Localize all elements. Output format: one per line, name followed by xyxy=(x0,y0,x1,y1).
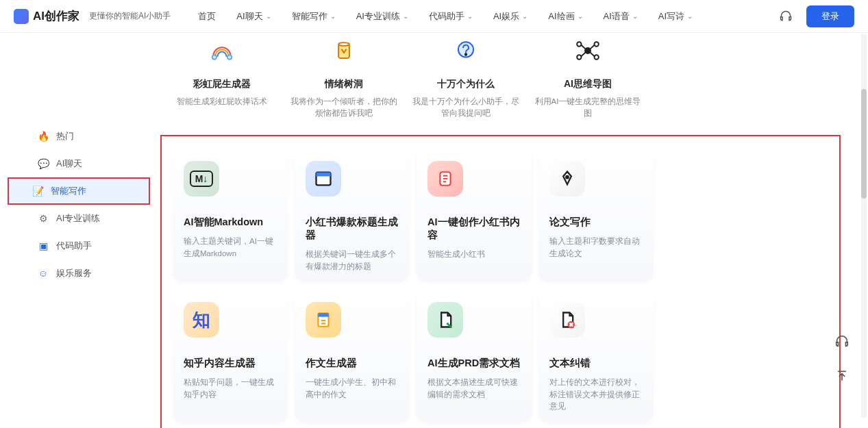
nav-item-4[interactable]: 代码助手⌄ xyxy=(429,10,473,23)
svg-point-5 xyxy=(465,53,467,55)
top-nav: 首页AI聊天⌄智能写作⌄AI专业训练⌄代码助手⌄AI娱乐⌄AI绘画⌄AI语音⌄A… xyxy=(198,10,693,23)
nav-item-1[interactable]: AI聊天⌄ xyxy=(236,10,271,23)
sidebar-item-3[interactable]: ⚙AI专业训练 xyxy=(11,205,147,231)
mini-card-desc: 利用AI一键生成完整的思维导图 xyxy=(534,96,641,118)
chevron-down-icon: ⌄ xyxy=(403,12,408,20)
chevron-down-icon: ⌄ xyxy=(687,12,693,20)
tool-card-6[interactable]: AI生成PRD需求文档根据文本描述生成可快速编辑的需求文档 xyxy=(417,288,532,423)
sidebar-icon: ▣ xyxy=(37,240,49,252)
chevron-down-icon: ⌄ xyxy=(522,12,528,20)
svg-point-0 xyxy=(212,55,216,59)
mini-card-0[interactable]: 彩虹屁生成器智能生成彩虹屁吹捧话术 xyxy=(164,33,280,121)
card-title: AI生成PRD需求文档 xyxy=(427,357,521,370)
nav-item-0[interactable]: 首页 xyxy=(198,10,216,23)
sidebar-item-label: 智能写作 xyxy=(51,185,86,197)
nav-item-7[interactable]: AI语音⌄ xyxy=(604,10,638,23)
card-desc: 智能生成小红书 xyxy=(427,249,521,260)
tool-card-1[interactable]: 小红书爆款标题生成器根据关键词一键生成多个有爆款潜力的标题 xyxy=(295,147,410,281)
tagline: 更懂你的智能AI小助手 xyxy=(89,10,171,22)
svg-rect-12 xyxy=(317,173,331,177)
sidebar-item-label: AI聊天 xyxy=(56,158,82,170)
card-icon xyxy=(427,302,463,338)
sidebar-item-label: 热门 xyxy=(56,130,74,142)
card-desc: 输入主题和字数要求自动生成论文 xyxy=(549,236,643,260)
header-right: 登录 xyxy=(779,5,854,27)
chevron-down-icon: ⌄ xyxy=(330,12,336,20)
tool-card-4[interactable]: 知知乎内容生成器粘贴知乎问题，一键生成知乎内容 xyxy=(173,288,288,423)
mini-card-1[interactable]: 情绪树洞我将作为一个倾听者，把你的烦恼都告诉我吧 xyxy=(286,33,401,121)
sidebar-item-label: 娱乐服务 xyxy=(56,267,92,279)
mini-card-title: AI思维导图 xyxy=(534,78,641,90)
svg-rect-16 xyxy=(318,314,328,317)
support-float-button[interactable] xyxy=(831,331,853,353)
card-icon xyxy=(427,161,463,197)
mini-card-2[interactable]: 十万个为什么我是十万个为什么小助手，尽管向我提问吧 xyxy=(408,33,523,121)
mindmap-icon xyxy=(573,36,603,66)
sidebar-icon: 📝 xyxy=(32,185,44,197)
chevron-down-icon: ⌄ xyxy=(266,12,271,20)
card-title: AI一键创作小红书内容 xyxy=(427,216,521,242)
brand-logo[interactable]: AI创作家 xyxy=(14,8,79,24)
chevron-down-icon: ⌄ xyxy=(578,12,583,20)
tool-card-0[interactable]: M↓AI智能Markdown输入主题关键词，AI一键生成Markdown xyxy=(173,147,288,281)
card-desc: 输入主题关键词，AI一键生成Markdown xyxy=(184,236,277,260)
sidebar-item-5[interactable]: ☺娱乐服务 xyxy=(11,260,147,286)
tool-card-5[interactable]: 作文生成器一键生成小学生、初中和高中的作文 xyxy=(295,288,410,423)
nav-item-8[interactable]: AI写诗⌄ xyxy=(658,10,693,23)
svg-point-8 xyxy=(595,42,599,46)
nav-item-3[interactable]: AI专业训练⌄ xyxy=(356,10,408,23)
content-area: 彩虹屁生成器智能生成彩虹屁吹捧话术情绪树洞我将作为一个倾听者，把你的烦恼都告诉我… xyxy=(158,33,868,428)
float-buttons xyxy=(831,331,853,387)
card-title: 知乎内容生成器 xyxy=(184,357,277,370)
logo-icon xyxy=(14,9,29,24)
cup-icon xyxy=(329,36,359,66)
mini-card-title: 彩虹屁生成器 xyxy=(169,78,275,90)
mini-card-3[interactable]: AI思维导图利用AI一键生成完整的思维导图 xyxy=(530,33,645,121)
sidebar-item-1[interactable]: 💬AI聊天 xyxy=(11,151,147,177)
mini-card-title: 情绪树洞 xyxy=(290,78,397,90)
login-button[interactable]: 登录 xyxy=(806,5,854,27)
sidebar-item-label: AI专业训练 xyxy=(56,212,100,225)
card-title: 作文生成器 xyxy=(306,357,399,370)
card-icon: M↓ xyxy=(184,161,219,197)
tool-card-7[interactable]: 文本纠错对上传的文本进行校对，标注错误文本并提供修正意见 xyxy=(538,288,654,423)
nav-item-2[interactable]: 智能写作⌄ xyxy=(292,10,336,23)
card-title: 论文写作 xyxy=(549,216,643,229)
tool-card-2[interactable]: AI一键创作小红书内容智能生成小红书 xyxy=(417,147,532,281)
svg-point-9 xyxy=(577,55,581,59)
nav-item-5[interactable]: AI娱乐⌄ xyxy=(493,10,528,23)
tool-card-3[interactable]: 论文写作输入主题和字数要求自动生成论文 xyxy=(538,147,654,281)
svg-point-3 xyxy=(338,42,349,46)
mini-card-title: 十万个为什么 xyxy=(412,78,519,90)
card-desc: 对上传的文本进行校对，标注错误文本并提供修正意见 xyxy=(549,377,643,412)
top-header: AI创作家 更懂你的智能AI小助手 首页AI聊天⌄智能写作⌄AI专业训练⌄代码助… xyxy=(0,0,868,33)
svg-point-1 xyxy=(227,55,232,59)
card-icon xyxy=(549,161,585,197)
sidebar-item-2[interactable]: 📝智能写作 xyxy=(8,178,149,204)
rainbow-icon xyxy=(207,36,237,66)
svg-point-7 xyxy=(577,42,581,46)
sidebar: 🔥热门💬AI聊天📝智能写作⚙AI专业训练▣代码助手☺娱乐服务 xyxy=(0,33,158,428)
scrollbar-thumb[interactable] xyxy=(861,89,867,199)
mini-card-desc: 智能生成彩虹屁吹捧话术 xyxy=(169,96,275,108)
card-desc: 粘贴知乎问题，一键生成知乎内容 xyxy=(184,377,277,401)
support-icon[interactable] xyxy=(779,10,793,23)
nav-item-6[interactable]: AI绘画⌄ xyxy=(548,10,582,23)
chevron-down-icon: ⌄ xyxy=(632,12,638,20)
back-to-top-button[interactable] xyxy=(831,365,853,387)
svg-point-14 xyxy=(566,176,569,179)
card-title: 文本纠错 xyxy=(549,357,643,370)
question-icon xyxy=(451,36,481,66)
sidebar-icon: ⚙ xyxy=(37,212,49,225)
sidebar-item-label: 代码助手 xyxy=(56,240,92,252)
card-desc: 根据文本描述生成可快速编辑的需求文档 xyxy=(427,377,521,401)
sidebar-icon: 🔥 xyxy=(37,130,49,142)
mini-card-desc: 我是十万个为什么小助手，尽管向我提问吧 xyxy=(412,96,519,118)
top-card-row: 彩虹屁生成器智能生成彩虹屁吹捧话术情绪树洞我将作为一个倾听者，把你的烦恼都告诉我… xyxy=(164,33,841,121)
card-title: 小红书爆款标题生成器 xyxy=(306,216,399,242)
card-icon xyxy=(306,161,341,197)
card-desc: 根据关键词一键生成多个有爆款潜力的标题 xyxy=(306,249,399,273)
sidebar-item-0[interactable]: 🔥热门 xyxy=(11,123,147,149)
card-icon xyxy=(549,302,585,338)
sidebar-item-4[interactable]: ▣代码助手 xyxy=(11,233,147,259)
